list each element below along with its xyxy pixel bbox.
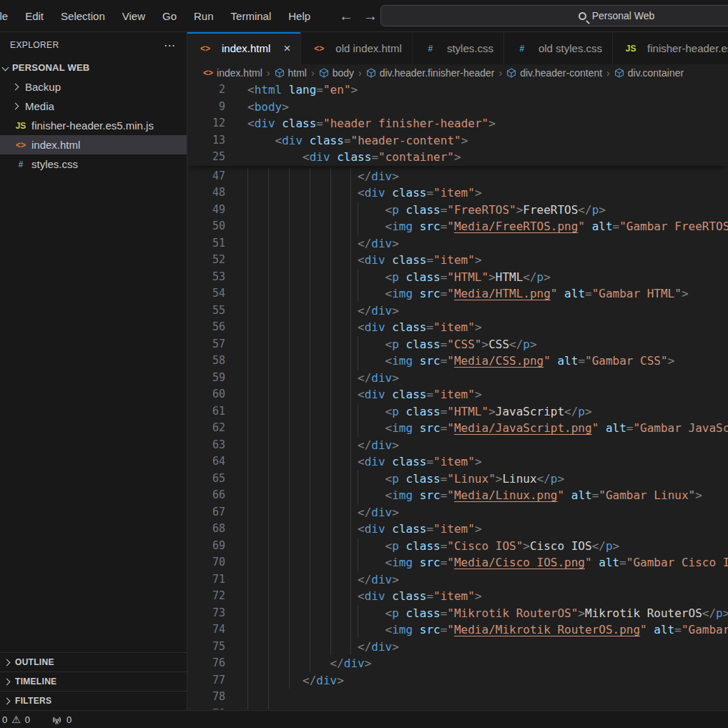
- tab-old-index-html[interactable]: <>old index.html: [301, 32, 413, 64]
- code-line-69[interactable]: 69<p class="Cisco IOS">Cisco IOS</p>: [187, 538, 728, 555]
- breadcrumb-item-div-header-finisher-header[interactable]: div.header.finisher-header: [366, 67, 495, 79]
- line-number[interactable]: 58: [187, 353, 225, 370]
- ports-status[interactable]: 0: [47, 714, 76, 725]
- line-number[interactable]: 76: [187, 655, 225, 672]
- code-line-66[interactable]: 66<img src="Media/Linux.png" alt="Gambar…: [187, 487, 728, 504]
- code-line-62[interactable]: 62<img src="Media/JavaScript.png" alt="G…: [187, 420, 728, 437]
- code-line-13[interactable]: 13<div class="header-content">: [187, 132, 728, 149]
- line-number[interactable]: 64: [187, 453, 225, 471]
- breadcrumb-item-div-container[interactable]: div.container: [614, 67, 684, 79]
- code-line-2[interactable]: 2<html lang="en">: [187, 82, 728, 99]
- code-line-55[interactable]: 55</div>: [187, 302, 728, 320]
- tab-styles-css[interactable]: #styles.css: [413, 32, 504, 64]
- line-number[interactable]: 68: [187, 521, 225, 538]
- line-number[interactable]: 12: [187, 115, 225, 132]
- line-number[interactable]: 70: [187, 554, 225, 571]
- line-number[interactable]: 49: [187, 202, 225, 219]
- code-line-67[interactable]: 67</div>: [187, 504, 728, 521]
- line-number[interactable]: 50: [187, 218, 225, 235]
- code-line-65[interactable]: 65<p class="Linux">Linux</p>: [187, 471, 728, 488]
- line-number[interactable]: 63: [187, 437, 225, 454]
- line-number[interactable]: 73: [187, 605, 225, 622]
- code-line-68[interactable]: 68<div class="item">: [187, 521, 728, 538]
- line-number[interactable]: 13: [187, 132, 225, 149]
- code-line-9[interactable]: 9<body>: [187, 99, 728, 116]
- menu-item-selection[interactable]: Selection: [52, 6, 114, 26]
- line-number[interactable]: 56: [187, 319, 225, 336]
- breadcrumb-item-div-header-content[interactable]: div.header-content: [506, 67, 602, 79]
- code-line-64[interactable]: 64<div class="item">: [187, 453, 728, 471]
- code-line-70[interactable]: 70<img src="Media/Cisco IOS.png" alt="Ga…: [187, 554, 728, 571]
- line-number[interactable]: 51: [187, 235, 225, 252]
- line-number[interactable]: 71: [187, 571, 225, 589]
- breadcrumb-item-body[interactable]: body: [319, 67, 354, 79]
- line-number[interactable]: 78: [187, 689, 225, 706]
- line-number[interactable]: 57: [187, 336, 225, 353]
- line-number[interactable]: 69: [187, 538, 225, 555]
- tree-file-index-html[interactable]: <>index.html: [0, 135, 187, 154]
- line-number[interactable]: 48: [187, 185, 225, 202]
- line-number[interactable]: 60: [187, 386, 225, 403]
- panel-timeline[interactable]: TIMELINE: [0, 672, 187, 691]
- code-line-78[interactable]: 78: [187, 689, 728, 706]
- code-line-74[interactable]: 74<img src="Media/Mikrotik RouterOS.png"…: [187, 621, 728, 639]
- code-line-63[interactable]: 63</div>: [187, 437, 728, 454]
- line-number[interactable]: 62: [187, 420, 225, 437]
- line-number[interactable]: 47: [187, 168, 225, 185]
- tab-old-styles-css[interactable]: #old styles.css: [504, 32, 613, 64]
- navigate-back-icon[interactable]: ←: [339, 9, 353, 23]
- code-line-73[interactable]: 73<p class="Mikrotik RouterOS">Mikrotik …: [187, 605, 728, 622]
- line-number[interactable]: 67: [187, 504, 225, 521]
- code-line-75[interactable]: 75</div>: [187, 639, 728, 656]
- code-line-50[interactable]: 50<img src="Media/FreeRTOS.png" alt="Gam…: [187, 218, 728, 235]
- menu-item-file[interactable]: File: [0, 6, 16, 26]
- line-number[interactable]: 25: [187, 149, 225, 166]
- command-center-search[interactable]: Personal Web: [380, 5, 728, 26]
- menu-item-run[interactable]: Run: [185, 6, 222, 26]
- tab-index-html[interactable]: <>index.html×: [187, 32, 301, 64]
- line-number[interactable]: 59: [187, 370, 225, 387]
- panel-outline[interactable]: OUTLINE: [0, 652, 187, 672]
- tree-file-styles-css[interactable]: #styles.css: [0, 154, 187, 174]
- line-number[interactable]: 79: [187, 706, 225, 709]
- code-line-60[interactable]: 60<div class="item">: [187, 386, 728, 403]
- line-number[interactable]: 2: [187, 82, 225, 99]
- code-line-77[interactable]: 77</div>: [187, 672, 728, 689]
- code-line-56[interactable]: 56<div class="item">: [187, 319, 728, 336]
- breadcrumb-item-html[interactable]: html: [275, 67, 307, 79]
- menu-item-edit[interactable]: Edit: [16, 6, 52, 26]
- tab-finisher-header-es5-min-js[interactable]: JSfinisher-header.es5.min.js: [613, 32, 728, 64]
- code-line-53[interactable]: 53<p class="HTML">HTML</p>: [187, 269, 728, 286]
- panel-filters[interactable]: FILTERS: [0, 691, 187, 710]
- tree-folder-backup[interactable]: Backup: [0, 77, 187, 97]
- code-line-72[interactable]: 72<div class="item">: [187, 588, 728, 605]
- code-line-61[interactable]: 61<p class="HTML">JavaScript</p>: [187, 403, 728, 420]
- tree-folder-media[interactable]: Media: [0, 97, 187, 116]
- code-line-54[interactable]: 54<img src="Media/HTML.png" alt="Gambar …: [187, 285, 728, 302]
- code-line-76[interactable]: 76</div>: [187, 655, 728, 672]
- code-line-71[interactable]: 71</div>: [187, 571, 728, 589]
- line-number[interactable]: 77: [187, 672, 225, 689]
- code-line-57[interactable]: 57<p class="CSS">CSS</p>: [187, 336, 728, 353]
- line-number[interactable]: 9: [187, 99, 225, 116]
- code-line-59[interactable]: 59</div>: [187, 370, 728, 387]
- workspace-root-folder[interactable]: PERSONAL WEB: [0, 58, 187, 77]
- line-number[interactable]: 72: [187, 588, 225, 605]
- code-line-79[interactable]: 79<img src="Media/footer.png" alt="Gamba…: [187, 706, 728, 709]
- code-line-52[interactable]: 52<div class="item">: [187, 252, 728, 269]
- code-line-51[interactable]: 51</div>: [187, 235, 728, 252]
- line-number[interactable]: 53: [187, 269, 225, 286]
- tree-file-finisher-header-es5-min-js[interactable]: JSfinisher-header.es5.min.js: [0, 116, 187, 135]
- menu-item-help[interactable]: Help: [280, 6, 319, 26]
- line-number[interactable]: 65: [187, 471, 225, 488]
- close-icon[interactable]: ×: [283, 42, 290, 54]
- navigate-forward-icon[interactable]: →: [363, 9, 378, 23]
- menu-item-view[interactable]: View: [114, 6, 154, 26]
- line-number[interactable]: 52: [187, 252, 225, 269]
- line-number[interactable]: 54: [187, 285, 225, 302]
- code-line-12[interactable]: 12<div class="header finisher-header">: [187, 115, 728, 132]
- code-line-25[interactable]: 25<div class="container">: [187, 149, 728, 166]
- explorer-more-actions-icon[interactable]: ⋯: [164, 39, 177, 52]
- code-line-58[interactable]: 58<img src="Media/CSS.png" alt="Gambar C…: [187, 353, 728, 370]
- code-line-47[interactable]: 47</div>: [187, 168, 728, 185]
